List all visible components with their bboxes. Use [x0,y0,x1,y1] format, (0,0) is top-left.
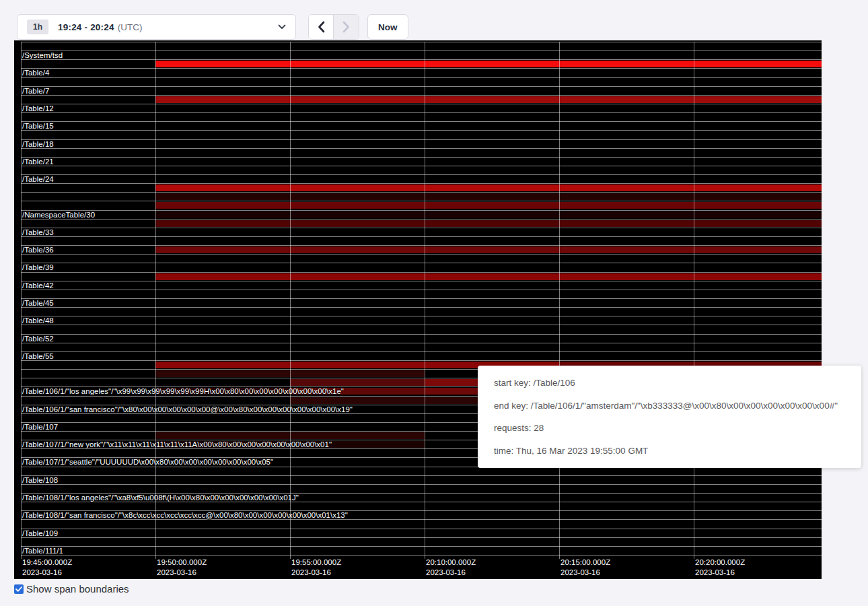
span-boundary-line [21,537,822,538]
key-visualizer-page: 1h 19:24 - 20:24 (UTC) Now /System/tsd/T… [0,0,868,606]
heatmap-row[interactable] [14,325,822,333]
hot-range-band[interactable] [155,273,822,280]
hot-range-band[interactable] [155,184,822,191]
heatmap-row[interactable] [14,272,822,281]
heatmap-row[interactable] [14,484,822,493]
heatmap-row[interactable]: /Table/109 [14,529,822,537]
time-gridline [425,42,425,559]
prev-time-button[interactable] [309,15,334,39]
heatmap-row[interactable]: /Table/55 [14,351,822,360]
span-boundary-line [21,42,822,42]
hover-tooltip: start key: /Table/106 end key: /Table/10… [478,366,861,468]
heatmap-row[interactable] [14,166,822,174]
heatmap-row[interactable] [14,307,822,316]
heatmap-row[interactable]: /System/tsd [14,50,822,59]
timezone-text: (UTC) [118,22,143,32]
row-label: /Table/106/1/"los angeles"/"\x99\x99\x99… [22,388,344,395]
heatmap-row[interactable]: /Table/33 [14,228,822,236]
heatmap-row[interactable]: /Table/24 [14,174,822,183]
row-label: /Table/12 [22,105,54,112]
heatmap-row[interactable]: /Table/7 [14,86,822,95]
heatmap-row[interactable] [14,130,822,139]
heatmap-row[interactable]: /NamespaceTable/30 [14,210,822,219]
key-visualizer-heatmap[interactable]: /System/tsd/Table/4/Table/7/Table/12/Tab… [14,40,822,579]
hot-range-band[interactable] [155,96,822,103]
heatmap-row[interactable]: /Table/12 [14,104,822,112]
heatmap-row[interactable]: /Table/111/1 [14,546,822,555]
hot-range-band[interactable] [155,211,822,218]
span-boundary-line [21,484,822,485]
heatmap-row[interactable] [14,77,822,86]
heatmap-row[interactable]: /Table/42 [14,281,822,290]
span-boundary-line [21,77,822,78]
heatmap-row[interactable]: /Table/48 [14,316,822,325]
toolbar: 1h 19:24 - 20:24 (UTC) Now [0,0,868,40]
heatmap-row[interactable] [14,42,822,50]
heatmap-row[interactable] [14,201,822,209]
tooltip-start-key: start key: /Table/106 [494,372,861,395]
hot-range-band[interactable] [155,246,822,253]
footer: Show span boundaries [14,583,129,595]
span-boundary-line [21,334,822,335]
chevron-down-icon [278,24,286,30]
heatmap-row[interactable] [14,290,822,298]
time-nav-group [308,14,359,40]
heatmap-row[interactable] [14,502,822,510]
heatmap-row[interactable] [14,254,822,263]
heatmap-row[interactable] [14,219,822,228]
heatmap-row[interactable] [14,192,822,201]
span-boundary-line [21,325,822,325]
next-time-button[interactable] [334,15,359,39]
heatmap-row[interactable] [14,236,822,245]
span-boundary-line [21,272,822,273]
span-boundary-line [21,50,822,51]
hot-range-band[interactable] [155,202,822,209]
heatmap-row[interactable]: /Table/108 [14,475,822,484]
heatmap-row[interactable]: /Table/4 [14,68,822,77]
span-boundary-line [21,95,822,96]
heatmap-row[interactable] [14,59,822,68]
heatmap-row[interactable]: /Table/36 [14,245,822,254]
row-label: /Table/48 [22,317,54,325]
heatmap-row[interactable]: /Table/108/1/"los angeles"/"\xa8\xf5\u00… [14,493,822,502]
heatmap-row[interactable] [14,537,822,546]
heatmap-row[interactable] [14,148,822,157]
hot-range-band[interactable] [290,379,425,386]
now-button[interactable]: Now [367,14,408,40]
hot-range-band[interactable] [155,61,822,67]
span-boundary-line [21,351,822,352]
heatmap-row[interactable]: /Table/21 [14,157,822,166]
heatmap-row[interactable]: /Table/45 [14,298,822,307]
row-label: /Table/55 [22,353,54,360]
hot-range-band[interactable] [155,220,822,227]
span-boundary-line [21,219,822,220]
span-boundary-line [21,86,822,87]
heatmap-row[interactable]: /Table/15 [14,121,822,130]
heatmap-row[interactable]: /Table/108/1/"san francisco"/"\x8c\xcc\x… [14,510,822,519]
span-boundary-line [21,192,822,193]
row-label: /Table/21 [22,158,54,166]
span-boundary-line [21,130,822,131]
row-label: /Table/106/1/"san francisco"/"\x80\x00\x… [22,406,353,413]
row-label: /Table/108/1/"los angeles"/"\xa8\xf5\u00… [22,494,299,502]
heatmap-row[interactable] [14,95,822,104]
heatmap-row[interactable]: /Table/52 [14,334,822,343]
heatmap-row[interactable]: /Table/18 [14,139,822,148]
heatmap-row[interactable] [14,112,822,121]
hot-range-band[interactable] [155,193,822,200]
row-label: /System/tsd [22,52,63,59]
tooltip-time: time: Thu, 16 Mar 2023 19:55:00 GMT [494,440,861,463]
heatmap-row[interactable] [14,183,822,192]
heatmap-row[interactable]: /Table/39 [14,263,822,271]
row-label: /Table/4 [22,69,49,77]
duration-badge: 1h [27,20,48,34]
heatmap-row[interactable] [14,519,822,528]
span-boundary-line [21,546,822,547]
span-boundary-line [21,121,822,122]
row-label: /Table/111/1 [22,547,63,555]
span-boundary-line [21,236,822,237]
heatmap-row[interactable] [14,343,822,351]
show-span-boundaries-checkbox[interactable] [14,584,24,594]
row-label: /NamespaceTable/30 [22,211,95,219]
time-range-picker[interactable]: 1h 19:24 - 20:24 (UTC) [17,14,296,40]
